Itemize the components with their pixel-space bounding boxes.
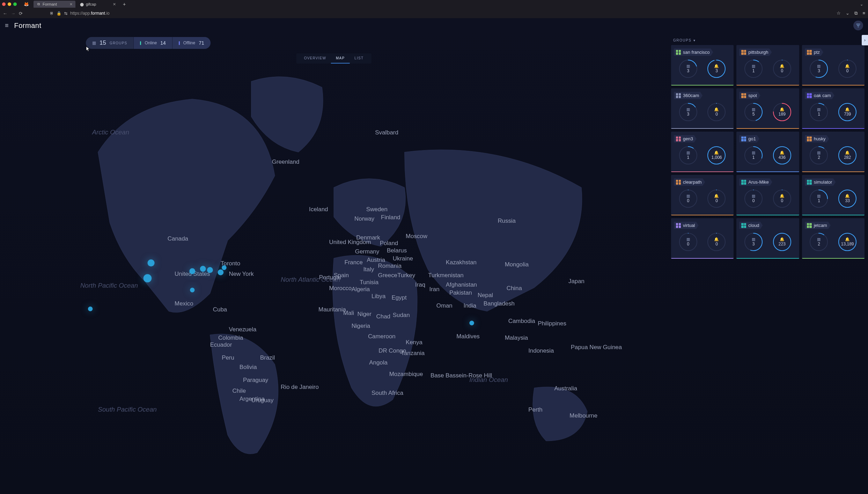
group-badge: husky <box>805 135 829 142</box>
group-card[interactable]: ptz ▥ 3 🔔 0 <box>802 45 865 86</box>
alerts-count: 0 <box>715 112 718 117</box>
group-card[interactable]: simulator ▥ 1 🔔 33 <box>802 175 865 215</box>
permissions-icon: ⇆ <box>64 11 67 16</box>
extensions-icon[interactable]: ⧉ <box>854 10 858 16</box>
group-name: Arus-Mike <box>748 179 769 185</box>
alerts-count: 436 <box>779 155 786 160</box>
devices-icon: ▥ <box>817 194 821 198</box>
map-label: Mozambique <box>389 371 423 377</box>
devices-icon: ▥ <box>752 151 755 155</box>
group-card[interactable]: gen3 ▥ 1 🔔 1,006 <box>671 132 734 172</box>
devices-count: 2 <box>818 155 820 160</box>
map-marker[interactable] <box>88 307 93 311</box>
map-label: New York <box>229 271 254 277</box>
alerts-count: 282 <box>844 155 851 160</box>
stats-offline[interactable]: Offline 71 <box>172 37 211 49</box>
map-marker[interactable] <box>469 321 474 326</box>
hamburger-icon[interactable]: ≡ <box>5 22 9 29</box>
group-card[interactable]: 360cam ▥ 3 🔔 0 <box>671 88 734 129</box>
bell-icon: 🔔 <box>780 108 785 111</box>
group-card[interactable]: jetcam ▥ 2 🔔 13,189 <box>802 218 865 259</box>
card-header: cloud <box>739 222 796 229</box>
stats-online[interactable]: Online 14 <box>133 37 172 49</box>
map-label: Libya <box>372 293 386 300</box>
address-bar[interactable]: ⛨ 🔒 ⇆ https://app.formant.io <box>47 9 112 17</box>
url-domain: formant <box>91 11 105 16</box>
forward-button[interactable]: → <box>11 11 15 16</box>
window-maximize-button[interactable] <box>13 2 17 6</box>
online-indicator <box>140 41 141 45</box>
map-label: Afghanistan <box>446 281 477 288</box>
world-map[interactable]: Arctic Ocean North Atlantic Ocean North … <box>0 34 668 494</box>
reload-button[interactable]: ⟳ <box>19 11 23 16</box>
filter-button[interactable] <box>853 21 863 30</box>
group-name: 360cam <box>683 93 699 98</box>
browser-tab-gifcap[interactable]: ⬤ gifcap ✕ <box>77 1 119 8</box>
group-badge: oak cam <box>805 92 834 99</box>
group-card[interactable]: Arus-Mike ▥ 0 🔔 0 <box>736 175 799 215</box>
devices-icon: ▥ <box>752 237 755 241</box>
group-card[interactable]: cloud ▥ 3 🔔 223 <box>736 218 799 259</box>
group-card[interactable]: spot ▥ 5 🔔 189 <box>736 88 799 129</box>
bookmark-icon[interactable]: ☆ <box>837 10 841 16</box>
devices-ring: ▥ 1 <box>744 146 763 165</box>
devices-count: 3 <box>687 112 689 117</box>
card-header: virtual <box>674 222 731 229</box>
stats-pill: ▦ 15 GROUPS Online 14 Offline 71 <box>86 37 211 49</box>
card-metrics: ▥ 3 🔔 0 <box>674 102 731 121</box>
new-tab-button[interactable]: + <box>120 1 128 7</box>
map-marker[interactable] <box>222 265 227 270</box>
pocket-icon[interactable]: ⌄ <box>846 10 849 16</box>
card-metrics: ▥ 5 🔔 189 <box>739 102 796 121</box>
back-button[interactable]: ← <box>3 11 7 16</box>
close-icon[interactable]: ✕ <box>69 2 73 7</box>
alerts-ring: 🔔 189 <box>773 103 792 121</box>
grid-icon: ▦ <box>92 40 96 45</box>
traffic-lights <box>2 2 17 6</box>
tab-overview[interactable]: OVERVIEW <box>299 53 331 64</box>
devices-ring: ▥ 5 <box>744 103 763 121</box>
map-marker[interactable] <box>207 267 213 273</box>
grid-icon <box>807 137 812 141</box>
groups-dropdown[interactable]: GROUPS ▾ <box>671 37 865 45</box>
panel-collapse-button[interactable]: › <box>862 35 868 45</box>
map-marker[interactable] <box>200 266 206 272</box>
group-card[interactable]: virtual ▥ 0 🔔 0 <box>671 218 734 259</box>
devices-ring: ▥ 3 <box>679 59 698 78</box>
tab-overflow-button[interactable]: ⌄ <box>860 2 866 7</box>
map-label: Mauritania <box>318 306 346 313</box>
map-label: Base Bassein-Rose Hill <box>431 372 492 379</box>
group-card[interactable]: husky ▥ 2 🔔 282 <box>802 132 865 172</box>
url-protocol: https:// <box>70 11 83 16</box>
group-name: gen3 <box>683 136 693 141</box>
tab-map[interactable]: MAP <box>331 53 350 64</box>
bell-icon: 🔔 <box>714 237 719 241</box>
devices-count: 0 <box>687 198 689 203</box>
group-card[interactable]: go1 ▥ 1 🔔 436 <box>736 132 799 172</box>
map-label: Rio de Janeiro <box>281 384 319 390</box>
stats-groups[interactable]: ▦ 15 GROUPS <box>86 37 133 49</box>
window-close-button[interactable] <box>2 2 6 6</box>
map-marker[interactable] <box>189 268 195 274</box>
map-marker[interactable] <box>218 270 223 275</box>
browser-tab-formant[interactable]: ⧉ Formant ✕ <box>34 1 75 8</box>
group-card[interactable]: oak cam ▥ 1 🔔 739 <box>802 88 865 129</box>
grid-icon <box>807 223 812 228</box>
map-marker[interactable] <box>190 288 195 293</box>
map-area[interactable]: OVERVIEW MAP LIST <box>0 34 668 494</box>
map-marker[interactable] <box>147 259 154 266</box>
map-marker[interactable] <box>144 274 152 282</box>
tab-list[interactable]: LIST <box>350 53 368 64</box>
window-minimize-button[interactable] <box>8 2 11 6</box>
devices-ring: ▥ 1 <box>809 189 828 208</box>
devices-count: 1 <box>818 112 820 117</box>
map-label: Paraguay <box>243 377 269 383</box>
close-icon[interactable]: ✕ <box>113 2 116 7</box>
group-card[interactable]: san francisco ▥ 3 🔔 3 <box>671 45 734 86</box>
card-metrics: ▥ 1 🔔 739 <box>805 102 862 121</box>
app-menu-icon[interactable]: ≡ <box>862 10 865 16</box>
group-card[interactable]: clearpath ▥ 0 🔔 0 <box>671 175 734 215</box>
group-card[interactable]: pittsburgh ▥ 1 🔔 0 <box>736 45 799 86</box>
map-label: Indonesia <box>528 347 554 354</box>
map-label: Cuba <box>213 306 227 313</box>
